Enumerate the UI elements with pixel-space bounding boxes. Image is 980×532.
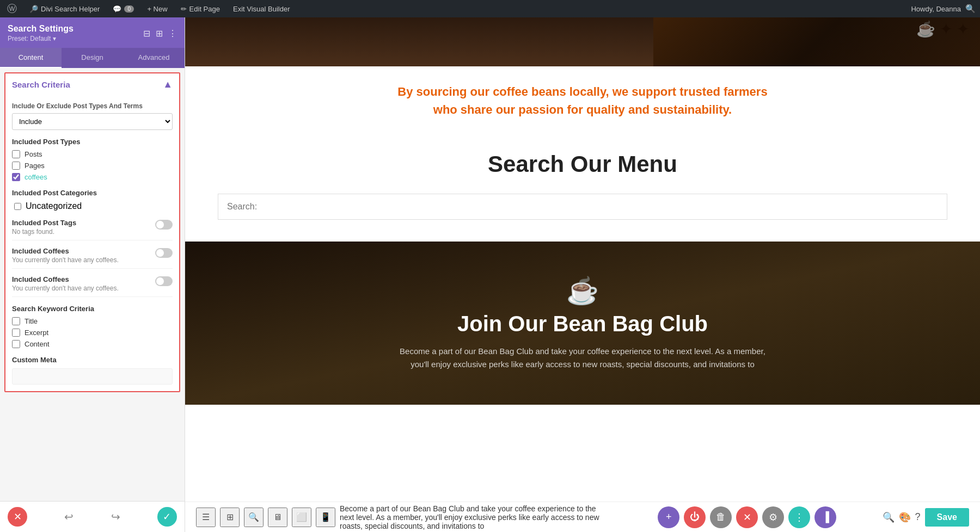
right-panel: ☕ ✦ ✦ By sourcing our coffee beans local…: [185, 17, 980, 532]
criteria-header[interactable]: Search Criteria ▲: [5, 73, 179, 96]
comments-link[interactable]: 💬 0: [109, 0, 137, 17]
content-label: Content: [24, 340, 50, 348]
toolbar-menu-icon[interactable]: ☰: [196, 508, 216, 527]
coffees1-toggle[interactable]: [155, 248, 173, 258]
pencil-icon: ✏: [181, 5, 187, 13]
topbar-search-icon[interactable]: 🔍: [965, 4, 976, 14]
more-options-icon[interactable]: ⋮: [168, 28, 177, 39]
tab-content[interactable]: Content: [0, 48, 62, 68]
excerpt-checkbox[interactable]: [12, 329, 20, 337]
menu-title: Search Our Menu: [207, 151, 958, 177]
tab-design[interactable]: Design: [62, 48, 123, 68]
coffees2-info: Included Coffees You currently don't hav…: [12, 275, 119, 292]
excerpt-label: Excerpt: [24, 329, 48, 337]
comment-icon: 💬: [113, 5, 121, 13]
title-label: Title: [24, 317, 38, 325]
keyword-title-row: Title: [12, 317, 173, 325]
panel-header-icons: ⊟ ⊞ ⋮: [143, 28, 177, 39]
tags-section: Included Post Tags No tags found.: [12, 219, 173, 240]
toolbar-right-help-icon[interactable]: ?: [915, 511, 921, 523]
pages-checkbox[interactable]: [12, 162, 20, 170]
edit-page-link[interactable]: ✏ Edit Page: [177, 0, 223, 17]
coffees1-title: Included Coffees: [12, 247, 119, 255]
toolbar-circle-buttons: + ⏻ 🗑 ✕ ⚙ ⋮ ▐: [658, 506, 836, 528]
categories-title: Included Post Categories: [12, 189, 173, 197]
user-greeting: Howdy, Deanna: [911, 5, 961, 13]
coffees2-section: Included Coffees You currently don't hav…: [12, 275, 173, 297]
save-button[interactable]: Save: [925, 508, 969, 527]
bottom-spacer: [185, 405, 980, 435]
toolbar-right-search-icon[interactable]: 🔍: [883, 511, 895, 523]
toolbar-settings-button[interactable]: ⚙: [762, 506, 784, 528]
toolbar-tablet-icon[interactable]: ⬜: [292, 508, 311, 527]
title-checkbox[interactable]: [12, 317, 20, 325]
main-layout: Search Settings Preset: Default ▾ ⊟ ⊞ ⋮ …: [0, 17, 980, 532]
tab-advanced[interactable]: Advanced: [123, 48, 185, 68]
undo-button[interactable]: ↩: [64, 510, 74, 523]
keyword-content-row: Content: [12, 340, 173, 348]
tags-title: Included Post Tags: [12, 219, 76, 227]
posts-label: Posts: [24, 150, 42, 158]
dark-title: Join Our Bean Bag Club: [457, 312, 708, 336]
divi-logo-icon: 🔎: [29, 5, 38, 13]
wp-logo-icon[interactable]: ⓦ: [4, 1, 20, 16]
minimize-icon[interactable]: ⊟: [143, 28, 150, 39]
criteria-section: Search Criteria ▲ Include Or Exclude Pos…: [4, 72, 180, 392]
custom-meta-title: Custom Meta: [12, 356, 173, 364]
dark-text: Become a part of our Bean Bag Club and t…: [392, 345, 773, 371]
toolbar-close-button[interactable]: ✕: [736, 506, 758, 528]
category-uncategorized: Uncategorized: [14, 201, 173, 211]
panel-header: Search Settings Preset: Default ▾ ⊟ ⊞ ⋮: [0, 17, 185, 48]
toolbar-delete-button[interactable]: 🗑: [710, 506, 732, 528]
panel-preset[interactable]: Preset: Default ▾: [8, 35, 74, 42]
coffees2-title: Included Coffees: [12, 275, 119, 283]
tags-empty: No tags found.: [12, 228, 76, 236]
content-checkbox[interactable]: [12, 340, 20, 348]
toolbar-desktop-icon[interactable]: 🖥: [268, 508, 287, 527]
coffees-checkbox[interactable]: [12, 173, 20, 181]
toolbar-mobile-icon[interactable]: 📱: [316, 508, 335, 527]
post-type-posts: Posts: [12, 150, 173, 158]
redo-button[interactable]: ↪: [111, 510, 120, 523]
include-exclude-select[interactable]: Include Exclude: [12, 113, 173, 130]
toolbar-grid-icon[interactable]: ⊞: [220, 508, 240, 527]
uncategorized-checkbox[interactable]: [14, 203, 21, 210]
custom-meta-field[interactable]: [12, 368, 173, 385]
tags-toggle[interactable]: [155, 220, 173, 230]
floating-toolbar: ☰ ⊞ 🔍 🖥 ⬜ 📱 Become a part of our Bean Ba…: [185, 502, 980, 532]
coffees2-toggle[interactable]: [155, 276, 173, 286]
toolbar-text: Become a part of our Bean Bag Club and t…: [340, 504, 612, 530]
new-button[interactable]: + New: [144, 0, 170, 17]
coffees-label: coffees: [24, 173, 47, 181]
search-input[interactable]: [218, 194, 947, 220]
page-top-image: ☕ ✦ ✦: [185, 17, 980, 66]
exit-builder-button[interactable]: Exit Visual Builder: [230, 0, 293, 17]
coffees2-sub: You currently don't have any coffees.: [12, 284, 119, 292]
post-type-coffees: coffees: [12, 173, 173, 181]
panel-title: Search Settings: [8, 24, 74, 34]
confirm-button[interactable]: ✓: [157, 507, 177, 527]
cancel-button[interactable]: ✕: [8, 507, 27, 527]
keyword-excerpt-row: Excerpt: [12, 329, 173, 337]
toolbar-dots-button[interactable]: ⋮: [788, 506, 810, 528]
criteria-collapse-icon[interactable]: ▲: [163, 79, 173, 90]
criteria-title: Search Criteria: [12, 80, 70, 89]
criteria-body: Include Or Exclude Post Types And Terms …: [5, 102, 179, 391]
panel-bottom: ✕ ↩ ↪ ✓: [0, 501, 185, 532]
toolbar-right-customize-icon[interactable]: 🎨: [899, 511, 911, 523]
tagline-text: By sourcing our coffee beans locally, we…: [207, 83, 958, 119]
posts-checkbox[interactable]: [12, 150, 20, 158]
toolbar-add-button[interactable]: +: [658, 506, 679, 528]
top-bar: ⓦ 🔎 Divi Search Helper 💬 0 + New ✏ Edit …: [0, 0, 980, 17]
divi-search-helper-link[interactable]: 🔎 Divi Search Helper: [26, 0, 103, 17]
panel-content: Search Criteria ▲ Include Or Exclude Pos…: [0, 68, 185, 501]
post-types-title: Included Post Types: [12, 138, 173, 146]
include-exclude-label: Include Or Exclude Post Types And Terms: [12, 102, 173, 110]
coffee-image: ☕ ✦ ✦: [653, 17, 980, 66]
columns-icon[interactable]: ⊞: [156, 28, 163, 39]
coffees1-section: Included Coffees You currently don't hav…: [12, 247, 173, 269]
toolbar-power-button[interactable]: ⏻: [684, 506, 706, 528]
toolbar-left: ☰ ⊞ 🔍 🖥 ⬜ 📱 Become a part of our Bean Ba…: [196, 504, 612, 530]
toolbar-equalizer-button[interactable]: ▐: [814, 506, 836, 528]
toolbar-search-icon[interactable]: 🔍: [244, 508, 264, 527]
